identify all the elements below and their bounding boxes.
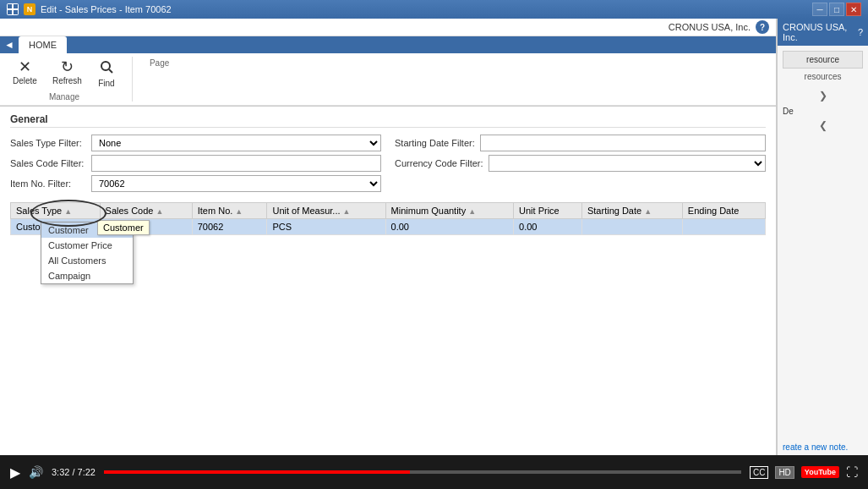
item-no-filter-label: Item No. Filter: bbox=[10, 179, 86, 189]
app-icon-2: N bbox=[24, 3, 35, 15]
right-panel-header: CRONUS USA, Inc. ? bbox=[778, 19, 868, 46]
refresh-label: Refresh bbox=[52, 76, 82, 85]
ribbon: ◄ HOME ✕ Delete ↻ Refresh bbox=[0, 36, 776, 107]
cc-button[interactable]: CC bbox=[750, 466, 768, 479]
play-button[interactable]: ▶ bbox=[10, 464, 20, 481]
volume-button[interactable]: 🔊 bbox=[29, 465, 43, 479]
right-panel-content: resource resources ❯ De ❯ bbox=[778, 46, 868, 439]
resources-label: resources bbox=[783, 72, 863, 81]
ribbon-nav-left[interactable]: ◄ bbox=[0, 36, 19, 53]
cell-item-no: 70062 bbox=[192, 219, 267, 235]
dropdown-item-customer-price[interactable]: Customer Price bbox=[41, 238, 133, 253]
ribbon-content: ✕ Delete ↻ Refresh bbox=[0, 53, 776, 106]
scroll-up-arrow[interactable]: ❯ bbox=[783, 119, 863, 135]
starting-date-filter-row: Starting Date Filter: bbox=[395, 135, 766, 151]
col-min-qty[interactable]: Minimum Quantity ▲ bbox=[385, 203, 514, 219]
delete-button[interactable]: ✕ Delete bbox=[7, 57, 43, 91]
refresh-icon: ↻ bbox=[61, 59, 74, 74]
right-panel-help[interactable]: ? bbox=[858, 27, 863, 37]
manage-group-label: Manage bbox=[7, 92, 122, 102]
ribbon-group-manage: ✕ Delete ↻ Refresh bbox=[7, 57, 133, 102]
filter-grid: Sales Type Filter: None Sales Code Filte… bbox=[10, 135, 766, 192]
sales-code-filter-row: Sales Code Filter: bbox=[10, 155, 381, 172]
col-ending-date[interactable]: Ending Date bbox=[682, 203, 765, 219]
svg-point-4 bbox=[101, 62, 110, 70]
find-button[interactable]: Find bbox=[91, 57, 122, 91]
tab-home[interactable]: HOME bbox=[19, 36, 67, 53]
sort-arrow-unit: ▲ bbox=[343, 207, 351, 216]
sales-code-filter-input[interactable] bbox=[91, 155, 381, 172]
video-progress-fill bbox=[104, 470, 410, 474]
right-panel-resource-section: resource resources bbox=[783, 51, 863, 81]
fullscreen-button[interactable]: ⛶ bbox=[846, 465, 858, 479]
col-sales-code[interactable]: Sales Code ▲ bbox=[100, 203, 192, 219]
company-name-header: CRONUS USA, Inc. bbox=[669, 22, 751, 32]
cell-ending-date bbox=[682, 219, 765, 235]
youtube-logo[interactable]: YouTube bbox=[801, 466, 839, 478]
create-note-link[interactable]: reate a new note. bbox=[778, 439, 868, 455]
col-item-no[interactable]: Item No. ▲ bbox=[192, 203, 267, 219]
header-top-right: CRONUS USA, Inc. ? bbox=[0, 19, 776, 36]
dropdown-item-all-customers[interactable]: All Customers bbox=[41, 253, 133, 268]
svg-rect-2 bbox=[8, 10, 12, 14]
item-no-filter-select[interactable]: 70062 bbox=[91, 175, 381, 192]
cell-unit-price: 0.00 bbox=[514, 219, 582, 235]
app-icon bbox=[7, 3, 19, 15]
ribbon-group-page: Page bbox=[150, 57, 179, 68]
sales-code-filter-label: Sales Code Filter: bbox=[10, 158, 86, 168]
sort-arrow-starting: ▲ bbox=[644, 207, 652, 216]
page-group-label: Page bbox=[150, 58, 169, 68]
refresh-button[interactable]: ↻ Refresh bbox=[46, 57, 88, 91]
delete-icon: ✕ bbox=[19, 59, 31, 74]
col-sales-type[interactable]: Sales Type ▲ bbox=[11, 203, 101, 219]
right-panel: CRONUS USA, Inc. ? resource resources ❯ … bbox=[777, 19, 868, 455]
title-bar: N Edit - Sales Prices - Item 70062 ─ □ ✕ bbox=[0, 0, 868, 19]
cell-starting-date bbox=[581, 219, 682, 235]
sort-arrow-sales-type: ▲ bbox=[64, 207, 72, 216]
cell-min-qty: 0.00 bbox=[385, 219, 514, 235]
sales-type-filter-row: Sales Type Filter: None bbox=[10, 135, 381, 151]
scroll-down-arrow[interactable]: ❯ bbox=[783, 88, 863, 103]
svg-rect-3 bbox=[14, 10, 18, 14]
svg-line-5 bbox=[109, 69, 112, 73]
currency-code-filter-label: Currency Code Filter: bbox=[395, 158, 483, 168]
find-label: Find bbox=[98, 79, 114, 88]
video-end-controls: CC HD YouTube ⛶ bbox=[750, 465, 858, 479]
sort-arrow-sales-code: ▲ bbox=[156, 207, 164, 216]
close-button[interactable]: ✕ bbox=[846, 3, 861, 16]
sales-type-filter-select[interactable]: None bbox=[91, 135, 381, 151]
video-progress-bar-container[interactable] bbox=[104, 470, 741, 474]
nav-arrow-left: ◄ bbox=[4, 39, 14, 51]
starting-date-filter-input[interactable] bbox=[480, 135, 766, 151]
right-panel-title: CRONUS USA, Inc. bbox=[783, 22, 858, 42]
svg-rect-1 bbox=[14, 4, 18, 8]
sales-type-filter-label: Sales Type Filter: bbox=[10, 138, 86, 148]
col-starting-date[interactable]: Starting Date ▲ bbox=[581, 203, 682, 219]
window-title: Edit - Sales Prices - Item 70062 bbox=[41, 4, 172, 14]
col-unit-measure[interactable]: Unit of Measur... ▲ bbox=[267, 203, 385, 219]
svg-rect-0 bbox=[8, 4, 12, 8]
currency-code-filter-select[interactable] bbox=[489, 155, 766, 172]
col-unit-price[interactable]: Unit Price bbox=[514, 203, 582, 219]
resource-button[interactable]: resource bbox=[783, 51, 863, 69]
sort-arrow-min-qty: ▲ bbox=[468, 207, 476, 216]
delete-label: Delete bbox=[13, 76, 37, 85]
starting-date-filter-label: Starting Date Filter: bbox=[395, 138, 475, 148]
customer-tooltip: Customer bbox=[97, 220, 150, 235]
hd-button[interactable]: HD bbox=[775, 466, 794, 479]
item-no-filter-row: Item No. Filter: 70062 bbox=[10, 175, 381, 192]
video-bar: ▶ 🔊 3:32 / 7:22 CC HD YouTube ⛶ bbox=[0, 455, 868, 489]
section-title: General bbox=[10, 113, 766, 128]
minimize-button[interactable]: ─ bbox=[812, 3, 827, 16]
find-icon bbox=[99, 59, 114, 77]
dropdown-item-campaign[interactable]: Campaign bbox=[41, 268, 133, 283]
de-label: De bbox=[783, 103, 863, 119]
currency-code-filter-row: Currency Code Filter: bbox=[395, 155, 766, 172]
maximize-button[interactable]: □ bbox=[829, 3, 844, 16]
sort-arrow-item-no: ▲ bbox=[235, 207, 243, 216]
tooltip-text: Customer bbox=[103, 223, 144, 233]
video-time-display: 3:32 / 7:22 bbox=[52, 467, 96, 477]
cell-unit-measure: PCS bbox=[267, 219, 385, 235]
help-button[interactable]: ? bbox=[756, 20, 769, 34]
